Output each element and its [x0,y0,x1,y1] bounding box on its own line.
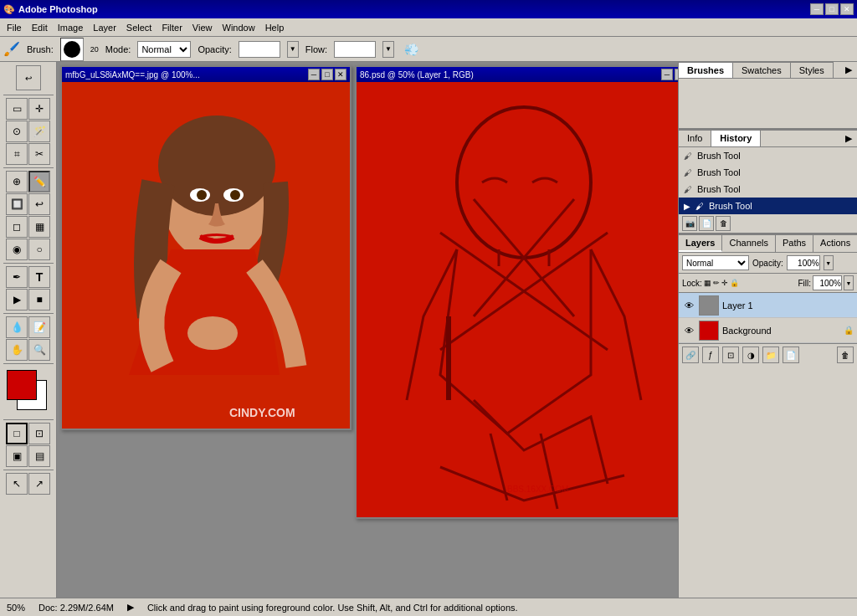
history-delete-btn[interactable]: 🗑 [716,216,731,231]
new-layer-btn[interactable]: 📄 [783,346,799,363]
menu-filter[interactable]: Filter [157,21,187,34]
doc1-maximize[interactable]: □ [321,69,333,80]
bg-layer-visibility[interactable]: 👁 [682,324,695,337]
lock-paint-icon[interactable]: ✏ [713,279,720,287]
layer1-visibility[interactable]: 👁 [682,299,695,312]
brush-tool active[interactable]: ✏️ [28,171,50,192]
airbrush-icon[interactable]: 💨 [404,43,418,56]
notes-tool[interactable]: 📝 [28,316,50,338]
heal-tool[interactable]: ⊕ [6,171,28,192]
flow-input[interactable]: 100% [334,41,376,58]
tool-row-1: ▭ ✛ [6,98,50,120]
lasso-tool[interactable]: ⊙ [6,121,28,142]
menu-select[interactable]: Select [121,21,157,34]
doc2-minimize[interactable]: ─ [661,69,673,80]
mode-select[interactable]: Normal Dissolve Multiply Screen [137,41,191,58]
tab-actions[interactable]: Actions [813,235,857,252]
doc1-minimize[interactable]: ─ [308,69,320,80]
delete-layer-btn[interactable]: 🗑 [837,346,854,363]
link-layers-btn[interactable]: 🔗 [682,346,699,363]
eraser-tool[interactable]: ◻ [6,216,28,238]
history-item-4[interactable]: ▶ 🖌 Brush Tool [679,198,857,214]
titlebar: 🎨 Adobe Photoshop ─ □ ✕ [0,0,857,18]
pen-tool[interactable]: ✒ [6,266,28,288]
tab-styles[interactable]: Styles [791,62,834,78]
gradient-tool[interactable]: ▦ [28,216,50,238]
eyedropper-tool[interactable]: 💧 [6,316,28,338]
history-label-4: Brush Tool [709,201,752,211]
shape-tool[interactable]: ■ [28,289,50,311]
tab-channels[interactable]: Channels [722,235,775,252]
opacity-input[interactable]: 100% [239,41,280,58]
standard-mode[interactable]: □ [6,423,28,444]
foreground-color[interactable] [7,370,37,400]
add-style-btn[interactable]: ƒ [702,346,719,363]
flow-arrow[interactable]: ▼ [382,41,394,58]
main-layout: ↩ ▭ ✛ ⊙ 🪄 ⌗ ✂ ⊕ ✏️ 🔲 ↩ ◻ ▦ ◉ ○ [0,62,857,598]
layer-opacity-input[interactable] [787,255,820,270]
screen-mode-btn2[interactable]: ▤ [28,445,50,467]
tab-brushes[interactable]: Brushes [679,62,733,78]
magic-wand-tool[interactable]: 🪄 [28,121,50,142]
blur-tool[interactable]: ◉ [6,239,28,260]
dodge-tool[interactable]: ○ [28,239,50,260]
quick-mask-mode[interactable]: ⊡ [28,423,50,444]
layer-row-1[interactable]: 👁 Layer 1 [679,293,857,318]
menu-view[interactable]: View [187,21,218,34]
menu-edit[interactable]: Edit [27,21,53,34]
move-tool[interactable]: ✛ [28,98,50,120]
lock-all-icon[interactable]: 🔒 [730,279,739,287]
action-btn2[interactable]: ↗ [28,473,50,495]
hand-tool[interactable]: ✋ [6,339,28,361]
stamp-tool[interactable]: 🔲 [6,193,28,215]
zoom-tool[interactable]: 🔍 [28,339,50,361]
history-new-btn[interactable]: 📄 [699,216,714,231]
history-btn[interactable]: ↩ [16,65,41,90]
menu-file[interactable]: File [2,21,27,34]
maximize-button[interactable]: □ [825,3,839,15]
layer-blend-select[interactable]: Normal Multiply Screen [682,255,749,270]
history-item-1[interactable]: 🖌 Brush Tool [679,147,857,164]
add-adjustment-btn[interactable]: ◑ [742,346,759,363]
menu-help[interactable]: Help [260,21,290,34]
history-snapshot-btn[interactable]: 📷 [682,216,697,231]
path-select-tool[interactable]: ▶ [6,289,28,311]
tab-info[interactable]: Info [679,131,711,146]
lock-transparency-icon[interactable]: ▦ [704,279,711,287]
brush-preview[interactable] [60,38,84,61]
layer-opacity-arrow[interactable]: ▼ [824,255,834,270]
minimize-button[interactable]: ─ [810,3,824,15]
separator-6 [3,419,54,420]
marquee-tool[interactable]: ▭ [6,98,28,120]
panel-menu-btn[interactable]: ▶ [840,62,857,78]
history-menu-btn[interactable]: ▶ [840,131,857,146]
tab-history[interactable]: History [711,131,761,146]
screen-mode-btn[interactable]: ▣ [6,445,28,467]
history-item-3[interactable]: 🖌 Brush Tool [679,181,857,198]
opacity-arrow[interactable]: ▼ [287,41,299,58]
history-item-2[interactable]: 🖌 Brush Tool [679,164,857,181]
menu-layer[interactable]: Layer [88,21,121,34]
slice-tool[interactable]: ✂ [28,143,50,165]
close-button[interactable]: ✕ [840,3,854,15]
fill-input[interactable] [813,275,842,290]
action-btn1[interactable]: ↖ [6,473,28,495]
new-group-btn[interactable]: 📁 [762,346,779,363]
titlebar-controls[interactable]: ─ □ ✕ [810,3,854,15]
tab-layers[interactable]: Layers [679,235,722,252]
history-brush-tool[interactable]: ↩ [28,193,50,215]
fill-arrow[interactable]: ▼ [844,275,854,290]
doc2-maximize[interactable]: □ [675,69,678,80]
doc1-close[interactable]: ✕ [335,69,346,80]
add-mask-btn[interactable]: ⊡ [722,346,739,363]
lock-move-icon[interactable]: ✛ [721,279,728,287]
separator-3 [3,263,54,264]
text-tool[interactable]: T [28,266,50,288]
menu-window[interactable]: Window [218,21,260,34]
tab-paths[interactable]: Paths [776,235,813,252]
crop-tool[interactable]: ⌗ [6,143,28,165]
menu-image[interactable]: Image [53,21,89,34]
screen-mode-row: ▣ ▤ [6,445,50,467]
layer-row-bg[interactable]: 👁 ... Background 🔒 [679,318,857,343]
tab-swatches[interactable]: Swatches [733,62,791,78]
